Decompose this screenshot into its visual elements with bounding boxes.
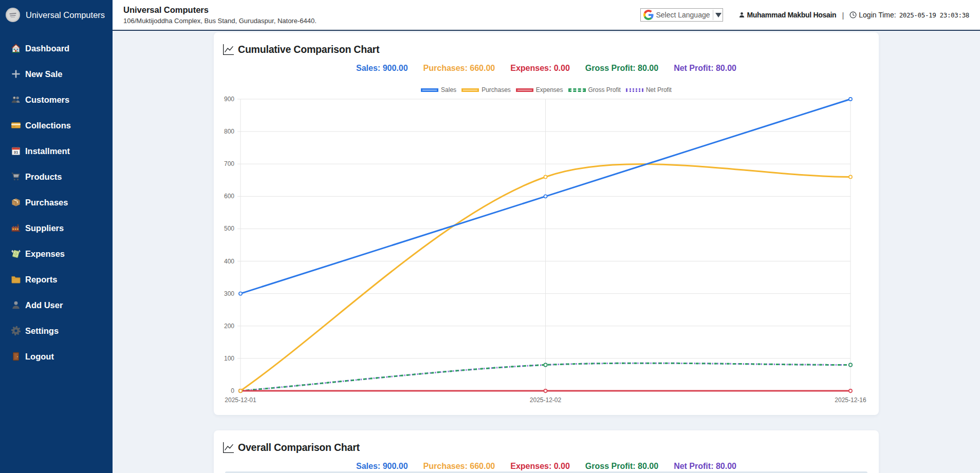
svg-text:400: 400 (224, 258, 234, 265)
svg-text:300: 300 (224, 290, 234, 297)
legend-swatch (626, 88, 643, 92)
line-chart: 01002003004005006007008009002025-12-0120… (223, 95, 870, 403)
factory-icon (11, 223, 21, 233)
legend-item-net-profit[interactable]: Net Profit (626, 86, 672, 93)
sidebar-item-new-sale[interactable]: New Sale (0, 61, 113, 87)
sidebar-item-suppliers[interactable]: Suppliers (0, 215, 113, 241)
stat-gross-profit: Gross Profit: 80.00 (585, 462, 658, 471)
sidebar-item-label: Customers (25, 95, 69, 105)
google-logo-icon (643, 10, 654, 20)
sidebar-item-reports[interactable]: Reports (0, 267, 113, 292)
user-block: Muhammad Makbul Hosain | Login Time: 202… (738, 11, 970, 20)
sidebar-item-customers[interactable]: Customers (0, 87, 113, 112)
legend-label: Gross Profit (588, 86, 621, 93)
plus-icon (11, 69, 21, 79)
people-icon (11, 94, 21, 105)
sidebar-item-collections[interactable]: Collections (0, 112, 113, 138)
language-selector[interactable]: Select Language (640, 8, 723, 22)
chevron-down-icon (715, 13, 722, 17)
sidebar: Universal Computers DashboardNew SaleCus… (0, 0, 113, 473)
legend-item-purchases[interactable]: Purchases (461, 86, 511, 93)
sidebar-item-logout[interactable]: Logout (0, 344, 113, 369)
sidebar-item-add-user[interactable]: Add User (0, 292, 113, 318)
sidebar-item-settings[interactable]: Settings (0, 318, 113, 344)
svg-text:200: 200 (224, 323, 234, 330)
cumulative-chart-card: Cumulative Comparison Chart Sales: 900.0… (214, 32, 879, 415)
brand-name: Universal Computers (26, 10, 105, 20)
topbar-separator: | (842, 11, 844, 20)
stat-net-profit: Net Profit: 80.00 (674, 64, 736, 73)
svg-text:31: 31 (14, 150, 19, 155)
sidebar-item-installment[interactable]: 31Installment (0, 138, 113, 164)
clock-icon (849, 11, 857, 18)
home-icon (11, 43, 21, 53)
topbar-right: Select Language Muhammad Makbul Hosain |… (640, 0, 969, 30)
legend-swatch (516, 88, 533, 92)
stat-net-profit: Net Profit: 80.00 (674, 462, 736, 471)
language-selector-divider (713, 10, 713, 20)
sidebar-item-products[interactable]: Products (0, 164, 113, 190)
folder-icon (11, 274, 21, 285)
stats-row: Sales: 900.00Purchases: 660.00Expenses: … (214, 462, 879, 471)
brand: Universal Computers (0, 0, 113, 30)
card-title-text: Cumulative Comparison Chart (238, 44, 379, 55)
legend-swatch (421, 88, 438, 92)
svg-text:900: 900 (224, 96, 234, 103)
legend-item-sales[interactable]: Sales (421, 86, 456, 93)
chart-legend: SalesPurchasesExpensesGross ProfitNet Pr… (214, 86, 879, 93)
user-icon (11, 300, 21, 310)
sidebar-item-dashboard[interactable]: Dashboard (0, 35, 113, 61)
shop-info: Universal Computers 106/Muktijoddha Comp… (123, 5, 317, 25)
stat-sales: Sales: 900.00 (356, 64, 408, 73)
stat-expenses: Expenses: 0.00 (510, 462, 570, 471)
language-selector-label: Select Language (656, 11, 710, 19)
stat-purchases: Purchases: 660.00 (423, 462, 495, 471)
sidebar-item-label: Products (25, 172, 62, 182)
card-title-text: Overall Comparison Chart (238, 442, 360, 453)
stat-purchases: Purchases: 660.00 (423, 64, 495, 73)
svg-text:2025-12-02: 2025-12-02 (530, 396, 562, 403)
sidebar-item-label: Collections (25, 121, 71, 130)
sidebar-item-label: Settings (25, 326, 59, 336)
brand-logo (5, 7, 21, 23)
money-wings-icon (11, 249, 21, 259)
sidebar-item-label: Expenses (25, 249, 65, 259)
legend-item-expenses[interactable]: Expenses (516, 86, 563, 93)
person-icon (738, 11, 745, 18)
cart-icon (11, 172, 21, 182)
credit-card-icon (11, 120, 21, 130)
sidebar-item-label: Installment (25, 146, 70, 156)
svg-text:800: 800 (224, 128, 234, 135)
door-icon (11, 351, 21, 362)
legend-swatch (568, 88, 586, 92)
svg-text:700: 700 (224, 160, 234, 167)
login-time-value: 2025-05-19 23:03:38 (899, 11, 969, 19)
overall-chart-card: Overall Comparison Chart Sales: 900.00Pu… (214, 430, 879, 473)
calendar-icon: 31 (11, 146, 21, 156)
sidebar-item-expenses[interactable]: Expenses (0, 241, 113, 267)
topbar: Universal Computers 106/Muktijoddha Comp… (113, 0, 980, 31)
shop-title: Universal Computers (123, 5, 317, 15)
user-name: Muhammad Makbul Hosain (747, 11, 837, 19)
sidebar-item-label: Purchases (25, 198, 68, 207)
sidebar-item-label: Reports (25, 275, 57, 285)
sidebar-item-label: Add User (25, 300, 63, 310)
svg-text:2025-12-16: 2025-12-16 (835, 396, 866, 403)
shop-address: 106/Muktijoddha Complex, Bus Stand, Guru… (123, 17, 317, 25)
legend-item-gross-profit[interactable]: Gross Profit (568, 86, 621, 93)
svg-text:100: 100 (224, 355, 234, 362)
stat-expenses: Expenses: 0.00 (510, 64, 570, 73)
login-time-label: Login Time: (859, 11, 896, 19)
stat-sales: Sales: 900.00 (356, 462, 408, 471)
svg-text:2025-12-01: 2025-12-01 (225, 396, 256, 403)
sidebar-item-label: Logout (25, 352, 54, 362)
sidebar-item-label: New Sale (25, 69, 62, 79)
svg-text:0: 0 (231, 387, 234, 394)
sidebar-item-purchases[interactable]: Purchases (0, 190, 113, 215)
chart-line-icon (223, 442, 234, 453)
sidebar-item-label: Dashboard (25, 44, 69, 53)
legend-label: Purchases (482, 86, 511, 93)
stats-row: Sales: 900.00Purchases: 660.00Expenses: … (214, 64, 879, 73)
overall-chart-title-row: Overall Comparison Chart (223, 442, 360, 453)
gear-icon (11, 326, 21, 336)
